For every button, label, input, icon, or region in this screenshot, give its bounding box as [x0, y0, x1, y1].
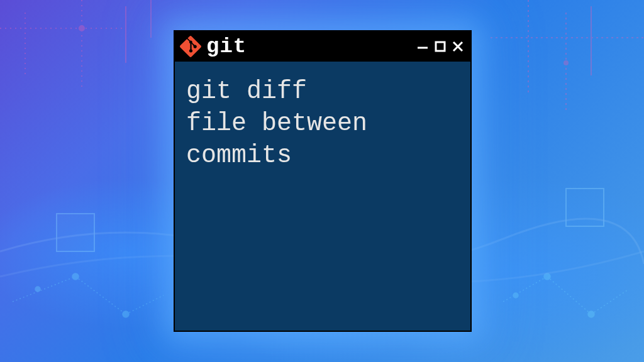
svg-rect-24	[57, 214, 94, 251]
titlebar[interactable]: git	[175, 31, 470, 62]
terminal-window: git git diff file between commits	[174, 30, 472, 332]
titlebar-left: git	[180, 35, 247, 58]
close-button[interactable]	[452, 40, 464, 53]
git-logo-icon	[180, 36, 201, 57]
svg-point-16	[35, 287, 40, 292]
svg-point-15	[123, 311, 129, 317]
minimize-button[interactable]	[416, 40, 429, 53]
svg-line-12	[75, 277, 126, 314]
svg-line-19	[591, 289, 629, 314]
window-controls	[416, 40, 464, 53]
svg-point-10	[564, 61, 568, 65]
svg-line-17	[503, 277, 547, 302]
svg-line-11	[13, 277, 75, 302]
svg-line-18	[547, 277, 591, 314]
svg-rect-26	[436, 42, 445, 51]
terminal-body[interactable]: git diff file between commits	[175, 62, 470, 186]
svg-point-22	[513, 293, 518, 298]
svg-line-13	[126, 295, 164, 314]
svg-rect-23	[566, 189, 604, 226]
window-title: git	[206, 35, 247, 58]
maximize-button[interactable]	[434, 40, 447, 53]
svg-point-14	[72, 273, 79, 280]
terminal-text: git diff file between commits	[186, 75, 459, 172]
svg-point-3	[79, 26, 84, 31]
svg-point-21	[588, 311, 594, 317]
